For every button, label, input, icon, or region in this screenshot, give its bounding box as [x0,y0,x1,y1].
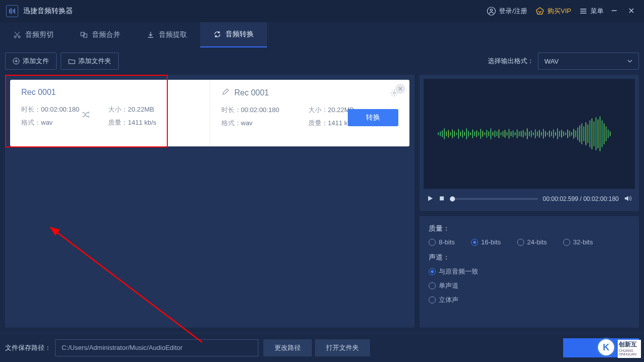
open-folder-button[interactable]: 打开文件夹 [315,339,370,356]
remove-file-button[interactable]: ✕ [395,84,405,94]
change-path-button[interactable]: 更改路径 [263,339,312,356]
file-target-panel: Rec 0001 时长：00:02:00:180 大小：20.22MB 格式：w… [210,80,410,146]
add-folder-button[interactable]: 添加文件夹 [61,53,119,70]
tab-audio-cut[interactable]: 音频剪切 [0,22,67,47]
add-folder-label: 添加文件夹 [78,57,111,66]
save-path-label: 文件保存路径： [5,343,51,352]
start-convert-button[interactable]: 开 [563,338,639,357]
menu-label: 菜单 [590,7,604,16]
add-file-label: 添加文件 [23,57,49,66]
tab-audio-extract[interactable]: 音频提取 [133,22,200,47]
svg-point-7 [393,92,395,94]
vip-label: 购买VIP [547,7,571,16]
file-source-name: Rec 0001 [21,88,199,97]
radio-8bits[interactable]: 8-bits [429,238,455,246]
svg-line-8 [56,231,202,342]
toolbar: 添加文件 添加文件夹 选择输出格式： WAV [0,47,644,75]
preview-panel: 00:00:02.599 / 00:02:00:180 [420,75,639,211]
edit-icon[interactable] [221,88,229,97]
file-list-panel: Rec 0001 时长：00:02:00:180 大小：20.22MB 格式：w… [5,75,415,328]
radio-16bits[interactable]: 16-bits [471,238,501,246]
svg-rect-95 [440,196,444,200]
player-time: 00:00:02.599 / 00:02:00:180 [543,195,619,202]
app-title: 迅捷音频转换器 [23,7,73,16]
menu-button[interactable]: 菜单 [579,7,604,16]
svg-point-1 [490,9,492,11]
add-file-button[interactable]: 添加文件 [5,53,57,70]
seek-slider[interactable] [450,198,538,200]
minimize-button[interactable] [608,8,621,15]
footer-bar: 文件保存路径： C:/Users/Administrator/Music/Aud… [0,333,644,362]
titlebar: 迅捷音频转换器 登录/注册 购买VIP 菜单 [0,0,644,22]
tab-merge-label: 音频合并 [92,30,120,39]
output-format-value: WAV [544,58,559,65]
tab-audio-merge[interactable]: 音频合并 [67,22,133,47]
radio-24bits[interactable]: 24-bits [517,238,547,246]
tab-convert-label: 音频转换 [225,30,254,39]
main-tabs: 音频剪切 音频合并 音频提取 音频转换 [0,22,644,47]
output-format-select[interactable]: WAV [538,53,639,70]
radio-channel-mono[interactable]: 单声道 [429,281,630,290]
tab-cut-label: 音频剪切 [25,30,54,39]
radio-32bits[interactable]: 32-bits [563,238,593,246]
channel-section-title: 声道： [429,253,630,262]
quality-section-title: 质量： [429,224,630,233]
play-button[interactable] [427,195,434,203]
convert-button[interactable]: 转换 [348,109,398,126]
player-controls: 00:00:02.599 / 00:02:00:180 [424,189,635,207]
tab-extract-label: 音频提取 [159,30,187,39]
tab-audio-convert[interactable]: 音频转换 [200,22,267,47]
file-source-panel: Rec 0001 时长：00:02:00:180 大小：20.22MB 格式：w… [10,80,210,146]
login-label: 登录/注册 [499,7,527,16]
save-path-field[interactable]: C:/Users/Administrator/Music/AudioEditor [55,339,258,356]
radio-channel-stereo[interactable]: 立体声 [429,295,630,304]
chevron-down-icon [627,59,632,64]
svg-point-3 [18,36,20,38]
stop-button[interactable] [439,195,445,203]
buy-vip-button[interactable]: 购买VIP [535,7,571,16]
close-button[interactable] [625,8,638,15]
volume-button[interactable] [624,194,632,204]
output-options-panel: 质量： 8-bits 16-bits 24-bits 32-bits 声道： 与… [420,216,639,328]
radio-channel-same[interactable]: 与原音频一致 [429,267,630,276]
output-format-label: 选择输出格式： [488,57,534,66]
file-target-name: Rec 0001 [235,88,269,97]
shuffle-icon [81,110,90,121]
waveform-display [424,79,635,189]
file-card[interactable]: Rec 0001 时长：00:02:00:180 大小：20.22MB 格式：w… [10,80,409,146]
login-button[interactable]: 登录/注册 [487,7,527,16]
app-logo-icon [6,5,18,17]
svg-point-2 [14,36,16,38]
